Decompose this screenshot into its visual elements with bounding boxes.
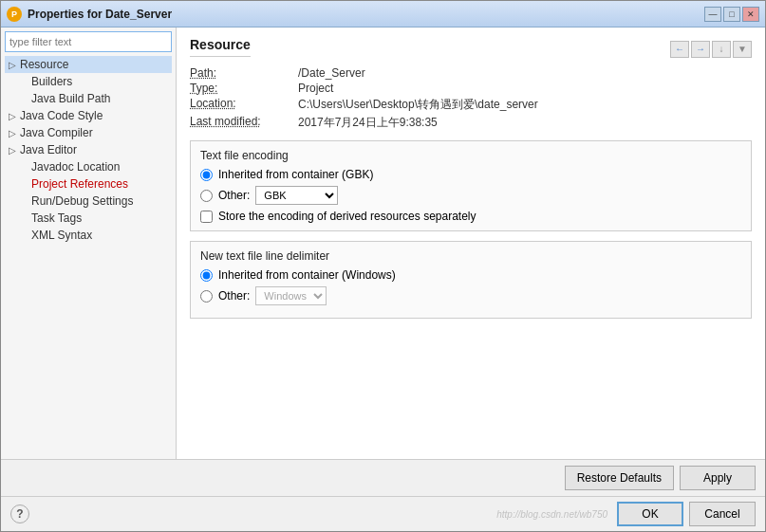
title-bar-text: Properties for Date_Server xyxy=(28,8,704,21)
properties-dialog: P Properties for Date_Server — □ ✕ ▷ Res… xyxy=(0,0,766,532)
tree-arrow: ▷ xyxy=(9,128,20,138)
sidebar-item-task-tags[interactable]: Task Tags xyxy=(5,210,172,227)
derived-resources-label: Store the encoding of derived resources … xyxy=(218,210,476,223)
derived-resources-checkbox[interactable] xyxy=(200,211,213,223)
type-label: Type: xyxy=(190,82,294,95)
sidebar-item-project-references[interactable]: Project References xyxy=(5,175,172,193)
nav-toolbar: ← → ↓ ▼ xyxy=(670,41,752,58)
tree-arrow: ▷ xyxy=(9,60,20,70)
sidebar-item-javadoc-location[interactable]: Javadoc Location xyxy=(5,158,172,175)
sidebar-item-label: Run/Debug Settings xyxy=(31,194,133,208)
encoding-other-radio[interactable] xyxy=(200,190,213,202)
sidebar-item-java-compiler[interactable]: ▷ Java Compiler xyxy=(5,124,172,141)
location-label: Location: xyxy=(190,97,294,113)
sidebar-item-label: Javadoc Location xyxy=(31,160,120,174)
title-bar: P Properties for Date_Server — □ ✕ xyxy=(1,1,765,28)
delimiter-other-row: Other: Windows Unix Mac xyxy=(200,286,741,305)
maximize-button[interactable]: □ xyxy=(723,7,740,22)
nav-dropdown-button[interactable]: ▼ xyxy=(733,41,752,58)
help-button[interactable]: ? xyxy=(10,504,29,523)
encoding-inherited-row: Inherited from container (GBK) xyxy=(200,168,741,181)
sidebar-item-java-code-style[interactable]: ▷ Java Code Style xyxy=(5,107,172,124)
sidebar-item-resource[interactable]: ▷ Resource xyxy=(5,56,172,73)
encoding-inherited-label: Inherited from container (GBK) xyxy=(218,168,373,181)
delimiter-other-radio[interactable] xyxy=(200,290,213,303)
delimiter-inherited-label: Inherited from container (Windows) xyxy=(218,268,396,282)
cancel-button[interactable]: Cancel xyxy=(689,502,756,526)
sidebar-item-builders[interactable]: Builders xyxy=(5,73,172,90)
left-panel: ▷ Resource Builders Java Build Path ▷ Ja… xyxy=(1,28,177,459)
minimize-button[interactable]: — xyxy=(704,7,721,22)
bottom-bar: Restore Defaults Apply xyxy=(1,459,765,496)
sidebar-item-label: Java Code Style xyxy=(20,109,103,122)
main-content: ▷ Resource Builders Java Build Path ▷ Ja… xyxy=(1,28,765,459)
path-label: Path: xyxy=(190,66,294,80)
restore-defaults-button[interactable]: Restore Defaults xyxy=(565,466,674,490)
nav-forward-button[interactable]: → xyxy=(691,41,710,58)
sidebar-item-java-build-path[interactable]: Java Build Path xyxy=(5,90,172,107)
apply-button[interactable]: Apply xyxy=(680,466,756,490)
delimiter-inherited-row: Inherited from container (Windows) xyxy=(200,268,741,282)
path-value: /Date_Server xyxy=(298,66,752,80)
sidebar-item-label: Java Editor xyxy=(20,143,77,156)
delimiter-other-label: Other: xyxy=(218,289,250,303)
nav-down-button[interactable]: ↓ xyxy=(712,41,731,58)
section-title: Resource xyxy=(190,37,251,57)
line-delimiter-title: New text file line delimiter xyxy=(200,249,741,263)
sidebar-item-run-debug-settings[interactable]: Run/Debug Settings xyxy=(5,193,172,210)
encoding-other-label: Other: xyxy=(218,189,250,202)
delimiter-other-dropdown[interactable]: Windows Unix Mac xyxy=(255,286,327,305)
encoding-other-dropdown[interactable]: GBK UTF-8 ISO-8859-1 xyxy=(255,186,338,205)
sidebar-item-label: Task Tags xyxy=(31,211,82,225)
delimiter-inherited-radio[interactable] xyxy=(200,269,213,282)
location-value: C:\Users\User\Desktop\转角遇到爱\date_server xyxy=(298,97,752,113)
encoding-inherited-radio[interactable] xyxy=(200,169,213,181)
filter-input[interactable] xyxy=(5,31,172,52)
sidebar-item-label: Builders xyxy=(31,75,72,88)
sidebar-item-xml-syntax[interactable]: XML Syntax xyxy=(5,227,172,244)
encoding-section: Text file encoding Inherited from contai… xyxy=(190,140,752,231)
watermark: http://blog.csdn.net/wb750 xyxy=(496,509,607,520)
encoding-other-row: Other: GBK UTF-8 ISO-8859-1 xyxy=(200,186,741,205)
window-controls: — □ ✕ xyxy=(704,7,759,22)
encoding-checkbox-row: Store the encoding of derived resources … xyxy=(200,210,741,223)
sidebar-item-label: XML Syntax xyxy=(31,229,92,242)
last-modified-value: 2017年7月24日上午9:38:35 xyxy=(298,115,752,131)
ok-button[interactable]: OK xyxy=(617,502,683,526)
nav-back-button[interactable]: ← xyxy=(670,41,689,58)
tree-arrow: ▷ xyxy=(9,145,20,156)
right-panel: Resource ← → ↓ ▼ Path: /Date_Server Type… xyxy=(177,28,765,459)
sidebar-item-label: Resource xyxy=(20,58,68,71)
sidebar-item-java-editor[interactable]: ▷ Java Editor xyxy=(5,141,172,158)
encoding-section-title: Text file encoding xyxy=(200,149,741,162)
sidebar-item-label: Java Compiler xyxy=(20,126,93,139)
footer-buttons: OK Cancel xyxy=(617,502,756,526)
tree-arrow: ▷ xyxy=(9,111,20,121)
line-delimiter-section: New text file line delimiter Inherited f… xyxy=(190,241,752,319)
sidebar-item-label: Java Build Path xyxy=(31,92,110,105)
type-value: Project xyxy=(298,82,752,95)
last-modified-label: Last modified: xyxy=(190,115,294,131)
info-grid: Path: /Date_Server Type: Project Locatio… xyxy=(190,66,752,131)
footer-bar: ? http://blog.csdn.net/wb750 OK Cancel xyxy=(1,496,765,531)
sidebar-item-label: Project References xyxy=(31,177,128,191)
dialog-icon: P xyxy=(7,7,22,22)
close-button[interactable]: ✕ xyxy=(742,7,759,22)
